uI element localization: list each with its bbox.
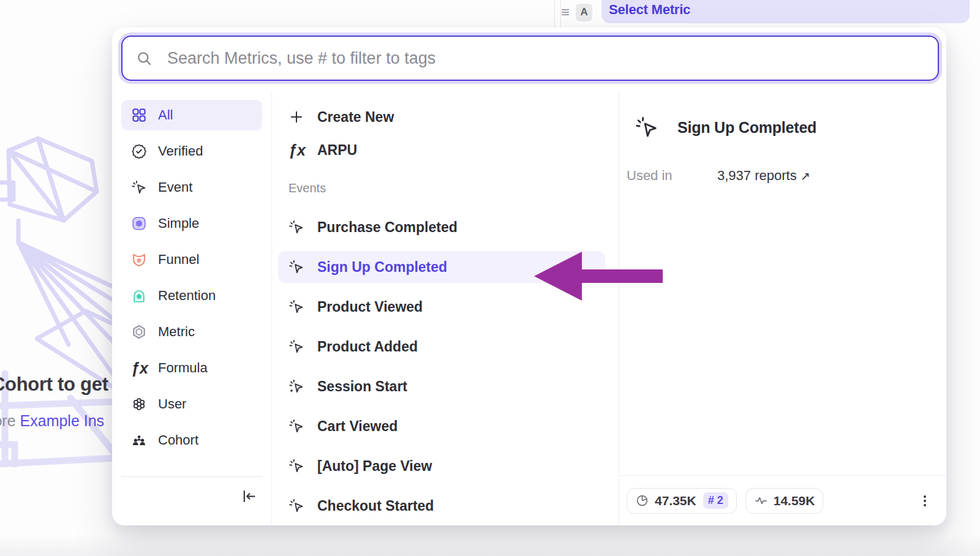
activity-stat[interactable]: 14.59K <box>745 488 824 514</box>
funnel-icon <box>131 252 147 268</box>
sidebar-item-event[interactable]: Event <box>121 172 262 203</box>
detail-footer: 47.35K # 2 14.59K <box>619 475 946 525</box>
external-link-icon: ↗ <box>801 170 810 182</box>
metrics-list: Create New ƒx ARPU Events Purchase Compl… <box>272 92 619 525</box>
sidebar-item-label: Verified <box>158 143 203 159</box>
events-section-header: Events <box>288 181 619 195</box>
sidebar-item-label: Event <box>158 179 192 195</box>
list-item-checkout-started[interactable]: Checkout Started <box>278 490 605 522</box>
metric-detail-panel: Sign Up Completed Used in 3,937 reports↗… <box>619 92 946 525</box>
used-in-reports-link[interactable]: 3,937 reports↗ <box>717 168 810 184</box>
sidebar-item-funnel[interactable]: Funnel <box>121 244 262 275</box>
event-cursor-star-icon <box>288 378 304 394</box>
simple-icon <box>131 216 147 231</box>
detail-header: Sign Up Completed <box>635 115 946 140</box>
list-item-auto-page-view[interactable]: [Auto] Page View <box>278 450 605 482</box>
sidebar-item-simple[interactable]: Simple <box>121 208 262 239</box>
sidebar-item-formula[interactable]: ƒx Formula <box>121 353 262 383</box>
search-bar[interactable] <box>121 36 939 81</box>
list-item-label: [Auto] Page View <box>317 458 432 475</box>
activity-icon <box>754 494 768 508</box>
stat-value: 14.59K <box>774 494 815 508</box>
rank-badge: # 2 <box>703 492 728 509</box>
used-in-row: Used in 3,937 reports↗ <box>627 168 946 184</box>
list-item-label: Purchase Completed <box>317 219 458 236</box>
metric-row-toolbar: ≡ A <box>561 0 606 24</box>
example-insights-link[interactable]: Example Ins <box>20 412 105 429</box>
sidebar-item-verified[interactable]: Verified <box>121 136 262 167</box>
formula-fx-icon: ƒx <box>131 361 147 376</box>
category-sidebar: All Verified Event Simple Funnel Retenti… <box>112 92 271 525</box>
series-a-badge: A <box>576 4 592 21</box>
plus-icon <box>288 109 304 125</box>
create-new-label: Create New <box>317 109 394 126</box>
detail-title: Sign Up Completed <box>677 119 816 137</box>
cohort-people-icon <box>131 432 147 448</box>
event-cursor-icon <box>288 458 304 474</box>
background-heading: Cohort to get s <box>0 374 124 396</box>
event-cursor-icon <box>288 259 304 275</box>
list-item-label: Session Start <box>317 378 407 395</box>
list-item-label: Product Viewed <box>317 299 423 315</box>
list-item-label: ARPU <box>317 142 357 159</box>
sidebar-item-label: Cohort <box>158 432 198 448</box>
search-input[interactable] <box>167 49 924 68</box>
sidebar-item-label: User <box>158 396 186 412</box>
drag-handle-icon[interactable]: ≡ <box>561 5 570 20</box>
list-item-label: Cart Viewed <box>317 418 398 435</box>
sidebar-item-label: All <box>158 107 173 123</box>
search-icon <box>136 50 153 67</box>
metric-hexagon-icon <box>131 324 147 340</box>
list-item-session-start[interactable]: Session Start <box>278 370 605 402</box>
list-item-label: Sign Up Completed <box>317 259 447 276</box>
list-item-arpu[interactable]: ƒx ARPU <box>278 133 605 167</box>
total-count-stat[interactable]: 47.35K # 2 <box>627 488 737 514</box>
list-item-label: Checkout Started <box>317 498 434 514</box>
event-cursor-icon <box>288 339 304 355</box>
grid-icon <box>131 107 147 123</box>
annotation-arrow <box>533 251 663 301</box>
verified-badge-icon <box>131 143 147 159</box>
used-in-label: Used in <box>627 168 717 184</box>
list-item-label: Product Added <box>317 339 418 355</box>
select-metric-label[interactable]: Select Metric <box>609 2 690 18</box>
sidebar-footer <box>121 476 262 525</box>
panel-divider <box>554 0 555 27</box>
list-item-cart-viewed[interactable]: Cart Viewed <box>278 410 605 442</box>
create-new-button[interactable]: Create New <box>278 100 605 133</box>
event-cursor-icon <box>635 115 659 140</box>
collapse-sidebar-icon[interactable] <box>241 488 257 505</box>
sidebar-item-metric[interactable]: Metric <box>121 317 262 347</box>
retention-icon <box>131 288 147 304</box>
sidebar-item-label: Simple <box>158 216 199 231</box>
pie-chart-icon <box>635 494 649 508</box>
formula-fx-icon: ƒx <box>288 143 304 158</box>
user-cluster-icon <box>131 396 147 412</box>
sidebar-item-user[interactable]: User <box>121 389 262 419</box>
event-cursor-icon <box>288 498 304 514</box>
sidebar-item-cohort[interactable]: Cohort <box>121 425 262 456</box>
link-prefix-text: plore <box>0 412 20 429</box>
sidebar-item-label: Formula <box>158 360 208 376</box>
stat-value: 47.35K <box>655 494 696 508</box>
sidebar-item-label: Metric <box>158 324 195 340</box>
event-cursor-icon <box>288 219 304 235</box>
background-subtext: plore Example Ins <box>0 412 104 430</box>
metric-picker-dialog: All Verified Event Simple Funnel Retenti… <box>112 28 946 525</box>
kebab-menu-icon <box>917 493 933 509</box>
event-cursor-icon <box>288 299 304 315</box>
event-cursor-icon <box>131 179 147 195</box>
more-options-button[interactable] <box>917 493 933 509</box>
sidebar-item-retention[interactable]: Retention <box>121 280 262 311</box>
sidebar-item-label: Retention <box>158 288 216 304</box>
list-item-product-added[interactable]: Product Added <box>278 331 605 363</box>
event-cursor-icon <box>288 418 304 434</box>
sidebar-item-label: Funnel <box>158 252 199 268</box>
list-item-purchase-completed[interactable]: Purchase Completed <box>278 211 605 243</box>
sidebar-item-all[interactable]: All <box>121 100 262 130</box>
